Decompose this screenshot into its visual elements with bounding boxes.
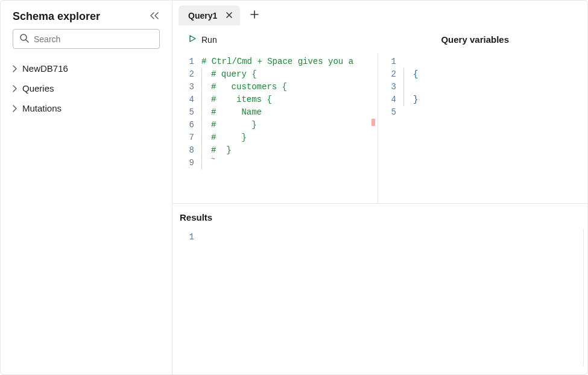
chevron-right-icon	[10, 65, 19, 72]
results-editor-gutter: 1	[176, 228, 201, 366]
main-panel: Query1 Run Query variables 123456789 # C…	[172, 1, 587, 374]
add-tab-button[interactable]	[245, 6, 264, 25]
tree-item-queries[interactable]: Queries	[5, 78, 167, 98]
search-box[interactable]	[13, 29, 160, 49]
close-tab-icon[interactable]	[226, 10, 233, 20]
variables-editor[interactable]: 12345 {}	[378, 53, 584, 203]
query-variables-heading: Query variables	[441, 34, 509, 45]
sidebar-title: Schema explorer	[13, 10, 100, 23]
tab-label: Query1	[188, 11, 217, 20]
schema-tree: NewDB716 Queries Mutations	[1, 56, 172, 121]
results-panel: Results 1	[172, 204, 587, 374]
variables-editor-gutter: 12345	[378, 53, 403, 203]
play-icon	[188, 34, 197, 45]
schema-explorer-sidebar: Schema explorer NewDB716 Queries Mutatio…	[1, 1, 172, 374]
query-editor-code[interactable]: # Ctrl/Cmd + Space gives you a# query {#…	[201, 53, 353, 203]
query-editor[interactable]: 123456789 # Ctrl/Cmd + Space gives you a…	[176, 53, 378, 203]
svg-line-1	[26, 40, 28, 42]
editor-split: 123456789 # Ctrl/Cmd + Space gives you a…	[172, 53, 587, 204]
variables-editor-code[interactable]: {}	[403, 53, 418, 203]
chevron-right-icon	[10, 85, 19, 92]
results-title: Results	[176, 212, 584, 228]
run-button[interactable]: Run	[185, 32, 221, 47]
collapse-sidebar-icon[interactable]	[149, 11, 160, 22]
run-button-label: Run	[201, 35, 217, 45]
results-editor[interactable]: 1	[176, 228, 584, 366]
tab-bar: Query1	[172, 1, 587, 26]
query-editor-gutter: 123456789	[176, 53, 201, 203]
search-icon	[19, 33, 29, 45]
selection-marker	[371, 119, 375, 126]
tree-item-newdb[interactable]: NewDB716	[5, 58, 167, 78]
tab-query1[interactable]: Query1	[179, 5, 240, 25]
chevron-right-icon	[10, 105, 19, 112]
tree-item-label: NewDB716	[22, 63, 68, 74]
tree-item-mutations[interactable]: Mutations	[5, 98, 167, 118]
search-wrap	[1, 29, 172, 56]
tree-item-label: Mutations	[22, 103, 62, 113]
tree-item-label: Queries	[22, 83, 54, 93]
editor-toolbar: Run Query variables	[172, 26, 587, 53]
search-input[interactable]	[34, 34, 153, 44]
sidebar-header: Schema explorer	[1, 1, 172, 29]
